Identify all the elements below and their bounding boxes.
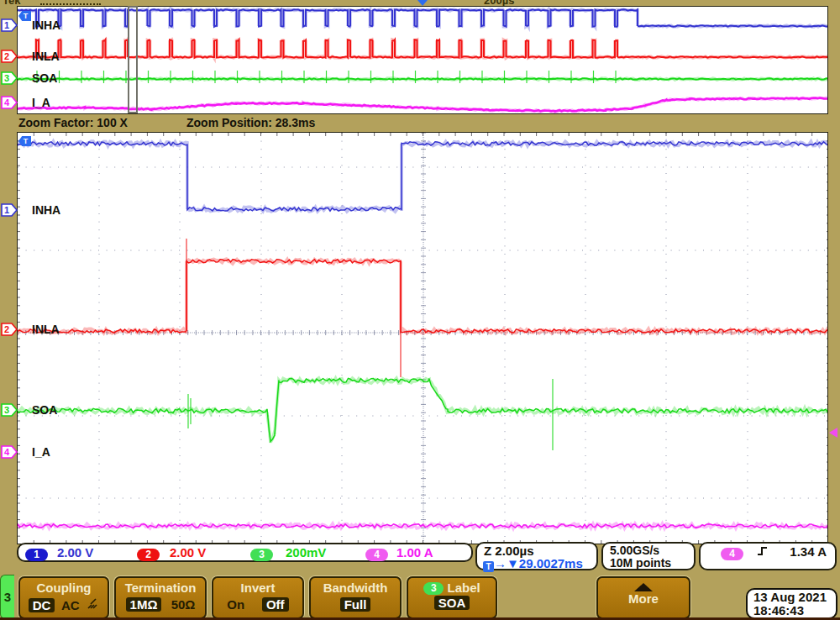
record-overview-window [17,6,828,114]
svg-text:1: 1 [4,205,9,215]
channel-3-scale: 200mV [286,545,326,560]
channel-4-scale: 1.00 A [396,545,433,560]
trigger-level-value: 1.34 A [790,544,827,559]
channel-2-badge-overview[interactable]: 2 [1,50,18,63]
label-value[interactable]: SOA [434,596,470,610]
svg-text:1: 1 [4,20,9,30]
date-text: 13 Aug 2021 [753,591,836,604]
invert-button[interactable]: Invert On Off [212,576,304,619]
channel-3-badge-overview[interactable]: 3 [1,71,18,85]
termination-50ohm-option[interactable]: 50Ω [171,597,196,612]
oscilloscope-screen: Tek 200µs T 1 2 3 4 INHA INLA SOA I_A Zo… [0,0,840,620]
label-channel-badge: 3 [423,582,444,595]
channel-4-badge-zoom[interactable]: 4 [1,445,18,459]
zoom-position-text: Zoom Position: 28.3ms [186,116,315,129]
channel-3-label-overview: SOA [32,72,57,84]
zoom-position-value: 29.0027ms [519,556,583,570]
channel-3-label-zoom: SOA [32,404,57,416]
channel-1-label-overview: INHA [32,19,60,31]
coupling-button[interactable]: Coupling DC AC [18,576,109,619]
datetime-display: 13 Aug 2021 18:46:43 [746,588,837,619]
svg-text:2: 2 [4,51,9,61]
coupling-ac-option[interactable]: AC [61,598,80,612]
channel-4-oval-badge: 4 [365,549,388,561]
trigger-source-badge: 4 [721,548,743,560]
channel-2-badge-zoom[interactable]: 2 [1,323,18,336]
trigger-slope-icon [756,544,769,561]
invert-off-option[interactable]: Off [262,597,289,612]
zoom-info-bar: Zoom Factor: 100 X Zoom Position: 28.3ms [0,114,840,132]
channel-scales-readout[interactable]: 1 2.00 V 2 2.00 V 3 200mV 4 1.00 A [17,543,473,562]
more-title: More [598,591,689,606]
svg-text:4: 4 [4,97,10,108]
bandwidth-title: Bandwidth [311,581,400,595]
svg-text:3: 3 [4,405,9,415]
label-title: 3 Label [408,581,496,595]
bandwidth-button[interactable]: Bandwidth Full [309,576,402,619]
channel-3-badge-zoom[interactable]: 3 [1,403,18,417]
more-button[interactable]: More [596,576,690,619]
overview-waveforms-svg [18,7,827,113]
sample-rate: 5.00GS/s [610,544,659,557]
zoom-waveform-window [17,132,828,544]
main-timebase-fragment: 200µs [484,0,514,6]
zoom-region-bracket[interactable] [128,6,138,113]
acquisition-readout[interactable]: 5.00GS/s 10M points [601,542,696,570]
record-length: 10M points [610,556,671,570]
invert-on-option[interactable]: On [227,597,244,612]
trigger-readout[interactable]: 4 1.34 A [699,542,837,570]
channel-1-badge-overview[interactable]: 1 [1,18,18,32]
svg-text:3: 3 [4,73,9,83]
channel-2-oval-badge: 2 [137,549,160,561]
channel-1-oval-badge: 1 [25,549,48,561]
svg-text:4: 4 [4,447,10,457]
trigger-position-marker[interactable] [417,0,428,6]
channel-1-label-zoom: INHA [32,204,60,216]
channel-2-label-zoom: INLA [32,323,60,335]
label-button[interactable]: 3 Label SOA [407,576,497,619]
channel-2-label-overview: INLA [32,50,60,62]
channel-2-scale: 2.00 V [170,545,206,560]
zoom-timebase-readout[interactable]: Z 2.00µs T→▼29.0027ms [475,542,598,570]
svg-text:2: 2 [4,324,9,334]
channel-4-badge-overview[interactable]: 4 [1,96,18,109]
channel-4-label-overview: I_A [32,97,50,108]
zoom-factor-text: Zoom Factor: 100 X [18,116,128,129]
trigger-t-icon: T [483,561,494,572]
channel-3-oval-badge: 3 [250,549,273,561]
brand-logo: Tek [3,0,20,6]
termination-1mohm-option[interactable]: 1MΩ [126,597,162,612]
channel-1-scale: 2.00 V [57,545,93,560]
trigger-level-arrow[interactable] [829,428,837,438]
zoom-waveforms-svg [18,133,827,544]
coupling-title: Coupling [20,581,108,595]
termination-title: Termination [116,581,205,595]
bandwidth-value[interactable]: Full [340,597,371,612]
coupling-dc-option[interactable]: DC [29,598,55,612]
termination-button[interactable]: Termination 1MΩ 50Ω [114,576,207,619]
channel-4-label-zoom: I_A [32,446,50,458]
acquisition-indicator [40,3,101,5]
invert-title: Invert [213,581,302,595]
coupling-ground-icon[interactable] [86,597,99,613]
time-text: 18:46:43 [753,604,836,617]
more-up-arrow-icon [634,583,653,591]
channel-menu-tab[interactable]: 3 [0,575,14,619]
zoom-position-arrows: →▼ [494,556,519,570]
channel-1-badge-zoom[interactable]: 1 [1,203,18,217]
